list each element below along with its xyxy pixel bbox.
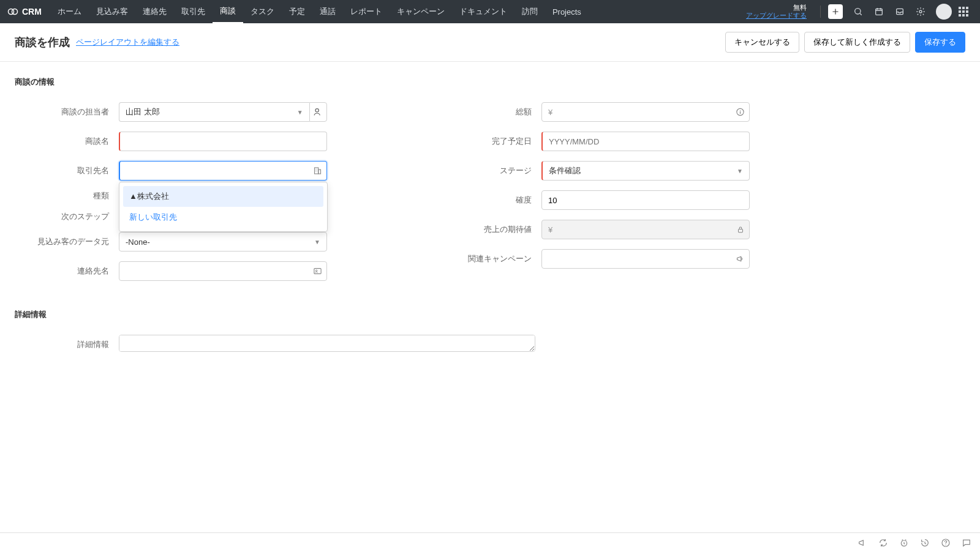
label-next-step: 次のステップ xyxy=(15,211,119,222)
nav-contacts[interactable]: 連絡先 xyxy=(135,0,174,23)
probability-input[interactable] xyxy=(541,190,750,210)
contact-card-icon xyxy=(313,267,322,276)
nav-documents[interactable]: ドキュメント xyxy=(452,0,514,23)
nav-items: ホーム 見込み客 連絡先 取引先 商談 タスク 予定 通話 レポート キャンペー… xyxy=(50,0,589,23)
brand[interactable]: CRM xyxy=(7,6,42,17)
svg-rect-8 xyxy=(318,170,321,174)
search-icon xyxy=(853,7,863,17)
svg-rect-9 xyxy=(314,269,321,274)
nav-right: 無料 アップグレードする xyxy=(746,2,973,21)
megaphone-icon xyxy=(736,255,745,264)
separator xyxy=(820,6,821,18)
nav-home[interactable]: ホーム xyxy=(50,0,89,23)
label-account: 取引先名 xyxy=(15,165,119,176)
row-expected-revenue: 売上の期待値 ¥ xyxy=(437,220,750,239)
row-owner: 商談の担当者 山田 太郎 ▼ xyxy=(15,102,327,122)
label-stage: ステージ xyxy=(437,165,541,176)
save-and-new-button[interactable]: 保存して新しく作成する xyxy=(804,32,910,53)
row-deal-name: 商談名 xyxy=(15,132,327,151)
owner-select[interactable]: 山田 太郎 ▼ xyxy=(119,102,309,122)
label-close-date: 完了予定日 xyxy=(437,136,541,147)
settings-button[interactable] xyxy=(911,2,930,21)
inbox-icon xyxy=(895,7,905,17)
label-expected-revenue: 売上の期待値 xyxy=(437,224,541,235)
campaign-input[interactable] xyxy=(541,249,750,269)
brand-logo-icon xyxy=(7,6,18,17)
upgrade-free-label: 無料 xyxy=(746,4,807,12)
row-lead-source: 見込み客のデータ元 -None- ▼ xyxy=(15,232,327,252)
svg-rect-12 xyxy=(739,229,743,232)
amount-input[interactable]: ¥ xyxy=(541,102,750,122)
account-dropdown: ▲株式会社 新しい取引先 xyxy=(119,182,328,232)
lead-source-value: -None- xyxy=(126,237,150,247)
plus-icon xyxy=(831,7,840,16)
nav-campaigns[interactable]: キャンペーン xyxy=(390,0,452,23)
calendar-button[interactable] xyxy=(870,2,888,21)
label-probability: 確度 xyxy=(437,195,541,206)
amount-prefix: ¥ xyxy=(548,108,552,117)
account-input[interactable] xyxy=(119,161,327,181)
label-owner: 商談の担当者 xyxy=(15,106,119,117)
nav-leads[interactable]: 見込み客 xyxy=(89,0,135,23)
label-lead-source: 見込み客のデータ元 xyxy=(15,236,119,247)
nav-events[interactable]: 予定 xyxy=(282,0,312,23)
row-stage: ステージ 条件確認 ▼ xyxy=(437,161,750,181)
label-amount: 総額 xyxy=(437,106,541,117)
row-description: 詳細情報 xyxy=(15,335,560,354)
add-button[interactable] xyxy=(828,4,843,19)
search-button[interactable] xyxy=(849,2,867,21)
avatar[interactable] xyxy=(936,4,952,20)
nav-projects[interactable]: Projects xyxy=(545,0,589,23)
row-campaign: 関連キャンペーン xyxy=(437,249,750,269)
apps-button[interactable] xyxy=(954,2,973,21)
stage-select[interactable]: 条件確認 ▼ xyxy=(541,161,750,181)
inbox-button[interactable] xyxy=(891,2,909,21)
label-deal-name: 商談名 xyxy=(15,136,119,147)
row-account: 取引先名 ▲株式会社 新しい取引先 xyxy=(15,161,327,181)
form-col-left: 商談の担当者 山田 太郎 ▼ 商談名 取引先名 xyxy=(15,102,327,291)
label-description: 詳細情報 xyxy=(15,339,119,350)
cancel-button[interactable]: キャンセルする xyxy=(725,32,799,53)
chevron-down-icon: ▼ xyxy=(737,168,743,174)
form-grid: 商談の担当者 山田 太郎 ▼ 商談名 取引先名 xyxy=(15,102,750,291)
account-option-0[interactable]: ▲株式会社 xyxy=(123,186,323,207)
page-header: 商談を作成 ページレイアウトを編集する キャンセルする 保存して新しく作成する … xyxy=(0,23,980,62)
nav-accounts[interactable]: 取引先 xyxy=(174,0,213,23)
row-close-date: 完了予定日 xyxy=(437,132,750,151)
owner-lookup-button[interactable] xyxy=(309,102,327,122)
user-lookup-icon xyxy=(313,107,323,117)
svg-point-10 xyxy=(315,270,317,272)
label-contact: 連絡先名 xyxy=(15,266,119,277)
calendar-icon xyxy=(874,7,884,17)
info-icon[interactable] xyxy=(736,108,745,117)
label-campaign: 関連キャンペーン xyxy=(437,253,541,264)
gear-icon xyxy=(916,7,925,17)
save-button[interactable]: 保存する xyxy=(915,32,965,53)
nav-deals[interactable]: 商談 xyxy=(213,0,243,23)
page-title: 商談を作成 xyxy=(15,35,70,50)
description-textarea[interactable] xyxy=(119,335,535,352)
row-contact: 連絡先名 xyxy=(15,261,327,281)
svg-rect-3 xyxy=(876,9,883,15)
nav-calls[interactable]: 通話 xyxy=(312,0,343,23)
upgrade-link[interactable]: アップグレードする xyxy=(746,12,807,19)
nav-visits[interactable]: 訪問 xyxy=(514,0,545,23)
brand-name: CRM xyxy=(22,7,42,17)
apps-icon xyxy=(959,7,968,17)
contact-input[interactable] xyxy=(119,261,327,281)
stage-value: 条件確認 xyxy=(549,165,581,176)
nav-tasks[interactable]: タスク xyxy=(243,0,282,23)
nav-reports[interactable]: レポート xyxy=(343,0,390,23)
expected-revenue-input: ¥ xyxy=(541,220,750,239)
svg-point-1 xyxy=(12,9,18,15)
lead-source-select[interactable]: -None- ▼ xyxy=(119,232,327,252)
header-actions: キャンセルする 保存して新しく作成する 保存する xyxy=(725,32,965,53)
svg-point-6 xyxy=(315,109,318,112)
edit-layout-link[interactable]: ページレイアウトを編集する xyxy=(76,37,179,48)
deal-name-input[interactable] xyxy=(119,132,327,151)
label-type: 種類 xyxy=(15,190,119,201)
building-icon xyxy=(313,166,322,176)
new-account-link[interactable]: 新しい取引先 xyxy=(123,207,323,228)
upgrade-block: 無料 アップグレードする xyxy=(746,4,807,20)
close-date-input[interactable] xyxy=(541,132,750,151)
